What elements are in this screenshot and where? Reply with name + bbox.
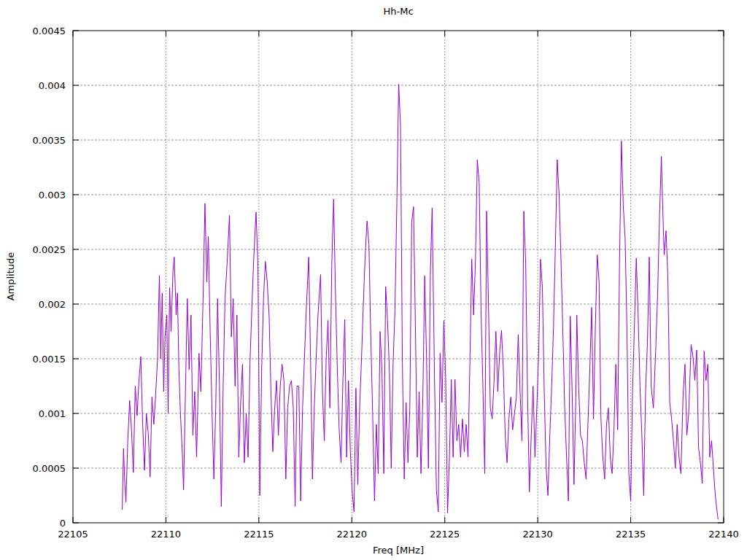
x-tick-label: 22120 [337, 529, 367, 540]
y-tick-label: 0.003 [39, 190, 66, 201]
chart-window: 2210522110221152212022125221302213522140… [0, 0, 747, 560]
y-tick-label: 0.0025 [33, 244, 66, 255]
x-tick-label: 22140 [708, 529, 738, 540]
y-tick-label: 0.0045 [33, 26, 66, 36]
y-tick-label: 0.0035 [33, 135, 66, 146]
plot-canvas: 2210522110221152212022125221302213522140… [0, 0, 747, 560]
series-line [123, 85, 719, 520]
x-tick-label: 22130 [522, 529, 552, 540]
y-tick-label: 0.001 [39, 408, 66, 419]
y-tick-label: 0.002 [39, 299, 66, 310]
x-tick-label: 22115 [244, 529, 274, 540]
x-axis-label: Freq [MHz] [373, 545, 424, 556]
y-tick-label: 0 [60, 518, 66, 529]
chart-svg: 2210522110221152212022125221302213522140… [0, 0, 747, 560]
y-tick-label: 0.0015 [33, 354, 66, 365]
y-tick-label: 0.004 [39, 80, 66, 91]
chart-title: Hh-Mc [383, 6, 413, 17]
x-tick-label: 22135 [616, 529, 646, 540]
x-tick-label: 22110 [151, 529, 181, 540]
y-tick-label: 0.0005 [33, 463, 66, 474]
x-tick-label: 22125 [430, 529, 460, 540]
y-axis-label: Amplitude [5, 252, 16, 301]
x-tick-label: 22105 [58, 529, 88, 540]
